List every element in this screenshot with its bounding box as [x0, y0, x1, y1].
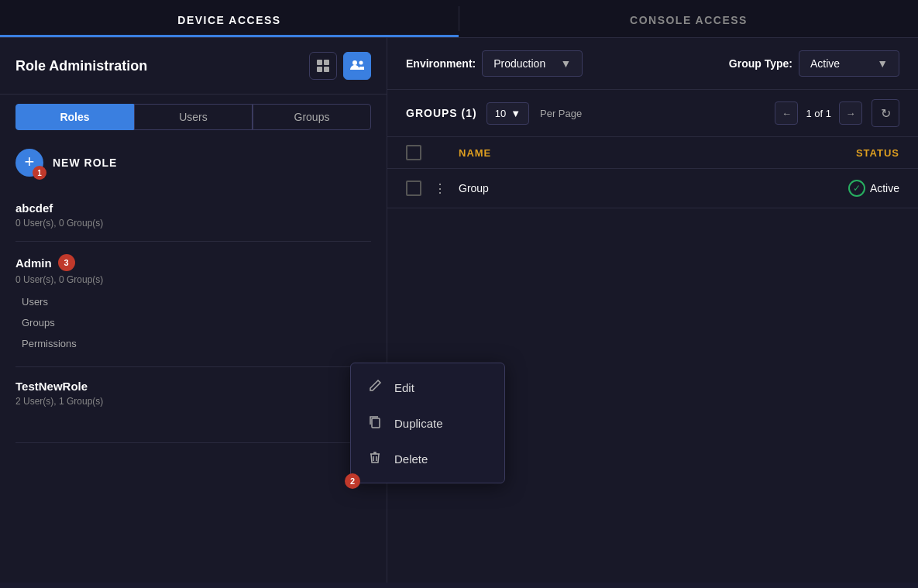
grouptype-label: Group Type:	[729, 57, 793, 70]
svg-point-5	[359, 61, 363, 65]
svg-rect-0	[317, 60, 322, 65]
context-menu-delete[interactable]: Delete	[351, 441, 504, 476]
per-page-chevron-icon: ▼	[511, 108, 521, 119]
per-page-dropdown[interactable]: 10 ▼	[487, 102, 529, 125]
col-status-header: STATUS	[806, 147, 899, 159]
groups-table: NAME STATUS ⋮ Group ✓ Active	[387, 137, 918, 583]
right-header: Environment: Production ▼ Group Type: Ac…	[387, 38, 918, 90]
refresh-button[interactable]: ↻	[872, 99, 899, 127]
users-list-button[interactable]	[343, 52, 371, 80]
environment-label: Environment:	[406, 57, 476, 70]
header-checkbox[interactable]	[406, 145, 421, 160]
svg-rect-6	[372, 418, 380, 428]
table-row: ⋮ Group ✓ Active	[387, 169, 918, 208]
context-menu-duplicate[interactable]: Duplicate	[351, 405, 504, 441]
environment-value: Production	[493, 57, 545, 70]
duplicate-label: Duplicate	[394, 417, 443, 430]
arrow-left-icon: ←	[782, 108, 792, 119]
sidebar-icon-group	[309, 52, 371, 80]
svg-rect-1	[324, 60, 329, 65]
duplicate-icon	[366, 414, 383, 432]
grouptype-chevron-icon: ▼	[877, 57, 888, 70]
arrow-right-icon: →	[846, 108, 856, 119]
row-status: ✓ Active	[806, 180, 899, 197]
context-menu-edit[interactable]: Edit	[351, 370, 504, 405]
tab-device-access[interactable]: DEVICE ACCESS	[0, 0, 459, 37]
tab-groups[interactable]: Groups	[253, 104, 371, 130]
context-menu-badge: 2	[345, 473, 360, 489]
environment-chevron-icon: ▼	[560, 57, 571, 70]
admin-subitem-users[interactable]: Users	[22, 291, 371, 312]
new-role-label: NEW ROLE	[53, 156, 117, 169]
role-item-abcdef: abcdef 0 User(s), 0 Group(s)	[15, 189, 371, 242]
prev-page-button[interactable]: ←	[775, 101, 798, 125]
right-panel: Environment: Production ▼ Group Type: Ac…	[387, 38, 918, 583]
context-menu: Edit Duplicate Delete 2	[350, 363, 505, 483]
svg-point-4	[352, 60, 357, 65]
status-label: Active	[870, 182, 899, 194]
role-info-abcdef: 0 User(s), 0 Group(s)	[15, 218, 371, 229]
tab-users[interactable]: Users	[134, 104, 253, 130]
row-checkbox[interactable]	[406, 181, 421, 196]
col-name-header: NAME	[459, 147, 797, 159]
testnewrole-actions: ⋮	[15, 410, 371, 430]
role-name-admin[interactable]: Admin 3	[15, 254, 371, 271]
users-list-icon	[350, 59, 364, 73]
edit-icon	[366, 379, 383, 396]
main-layout: Role Administration	[0, 38, 918, 583]
role-name-testnewrole[interactable]: TestNewRole	[15, 380, 371, 393]
admin-subitem-permissions[interactable]: Permissions	[22, 333, 371, 354]
sidebar: Role Administration	[0, 38, 387, 583]
per-page-label: Per Page	[540, 108, 582, 119]
role-name-abcdef[interactable]: abcdef	[15, 201, 371, 215]
table-header-row: GROUPS (1) 10 ▼ Per Page ← 1 of 1 → ↻	[387, 90, 918, 137]
tab-console-access[interactable]: CONSOLE ACCESS	[459, 0, 918, 37]
sidebar-header: Role Administration	[0, 38, 387, 95]
row-name: Group	[459, 182, 797, 194]
role-item-admin: Admin 3 0 User(s), 0 Group(s) Users Grou…	[15, 242, 371, 367]
top-nav: DEVICE ACCESS CONSOLE ACCESS	[0, 0, 918, 38]
svg-rect-2	[317, 67, 322, 72]
role-info-testnewrole: 2 User(s), 1 Group(s)	[15, 396, 371, 407]
pagination: ← 1 of 1 →	[775, 101, 862, 125]
grouptype-value: Active	[810, 57, 840, 70]
table-columns-row: NAME STATUS	[387, 137, 918, 169]
admin-subitem-groups[interactable]: Groups	[22, 312, 371, 333]
grouptype-dropdown[interactable]: Active ▼	[799, 50, 899, 77]
roles-list: abcdef 0 User(s), 0 Group(s) Admin 3 0 U…	[0, 189, 387, 583]
plus-icon: +	[25, 153, 35, 170]
new-role-row: + 1 NEW ROLE	[0, 139, 387, 189]
grouptype-group: Group Type: Active ▼	[729, 50, 899, 77]
delete-icon	[366, 450, 383, 467]
delete-label: Delete	[394, 452, 428, 466]
groups-title: GROUPS (1)	[406, 107, 477, 119]
role-item-testnewrole: TestNewRole 2 User(s), 1 Group(s) ⋮	[15, 367, 371, 443]
svg-rect-3	[324, 67, 329, 72]
row-dots-button[interactable]: ⋮	[431, 181, 449, 196]
refresh-icon: ↻	[881, 106, 891, 121]
new-role-badge: 1	[33, 166, 46, 180]
table-icon	[316, 59, 330, 73]
admin-badge: 3	[58, 254, 75, 271]
per-page-value: 10	[495, 108, 506, 119]
page-info: 1 of 1	[801, 108, 836, 119]
edit-label: Edit	[394, 381, 414, 394]
tab-roles[interactable]: Roles	[15, 104, 134, 130]
role-info-admin: 0 User(s), 0 Group(s)	[15, 274, 371, 285]
table-view-button[interactable]	[309, 52, 337, 80]
admin-subitems: Users Groups Permissions	[15, 291, 371, 354]
next-page-button[interactable]: →	[839, 101, 862, 125]
environment-group: Environment: Production ▼	[406, 50, 583, 77]
new-role-button[interactable]: + 1	[15, 149, 43, 177]
status-check-icon: ✓	[848, 180, 865, 197]
sidebar-tabs: Roles Users Groups	[0, 95, 387, 139]
sidebar-title: Role Administration	[15, 58, 147, 74]
environment-dropdown[interactable]: Production ▼	[482, 50, 583, 77]
